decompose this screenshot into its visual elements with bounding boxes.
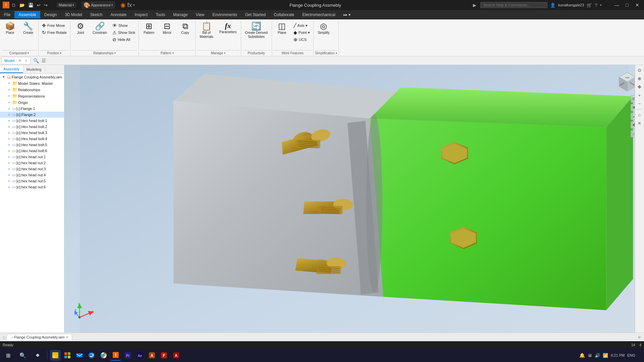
- place-button[interactable]: 📦 Place: [1, 21, 19, 36]
- tree-nut1[interactable]: + ▭ [c]:hex head nut:1: [0, 154, 64, 160]
- hide-all-button[interactable]: ⊘ Hide All: [110, 36, 137, 43]
- tab-menu-icon[interactable]: ≡: [636, 335, 643, 340]
- tree-relationships[interactable]: + 📁 Relationships: [0, 86, 64, 93]
- menu-inspect[interactable]: Inspect: [130, 11, 152, 18]
- axis-button[interactable]: ╱ Axis ▾: [291, 22, 312, 29]
- right-nav-zoom-out[interactable]: −: [636, 100, 643, 107]
- joint-button[interactable]: ⚙ Joint: [72, 21, 89, 36]
- taskbar-notification-icon[interactable]: 🔔: [579, 353, 585, 358]
- taskbar-chrome[interactable]: [98, 350, 109, 361]
- tree-bolt6[interactable]: + ▭ [c]:Hex head bolt:6: [0, 148, 64, 154]
- pattern-group-label[interactable]: Pattern ▾: [140, 50, 194, 56]
- search-btn[interactable]: 🔍: [16, 349, 30, 361]
- menu-file[interactable]: File: [0, 11, 14, 18]
- create-button[interactable]: 🔧 Create: [19, 21, 37, 36]
- right-nav-settings[interactable]: ≡: [636, 119, 643, 127]
- right-nav-home[interactable]: ⌂: [636, 111, 643, 118]
- appearance-dropdown[interactable]: 🎨 Appearance ▾: [82, 1, 115, 9]
- right-nav-zoom-in[interactable]: +: [636, 92, 643, 99]
- canvas-3d[interactable]: TOP FRONT RIGHT ⊙ 👁 ⤢ ✥ ⌂ X: [64, 65, 644, 333]
- new-btn[interactable]: 🗋: [11, 3, 17, 8]
- tree-nut4[interactable]: + ▭ [c]:hex head nut:4: [0, 172, 64, 178]
- redo-btn[interactable]: ↪: [43, 3, 49, 8]
- constrain-button[interactable]: 🔗 Constrain: [90, 21, 110, 36]
- tab-assembly[interactable]: Assembly: [0, 66, 23, 73]
- model-tab-label[interactable]: Model: [2, 59, 17, 63]
- menu-getstarted[interactable]: Get Started: [241, 11, 270, 18]
- tree-nut5[interactable]: + ▭ [c]:hex head nut:5: [0, 178, 64, 184]
- menu-more[interactable]: ▸▸ ▾: [339, 11, 355, 18]
- tab-modeling[interactable]: Modeling: [23, 66, 45, 73]
- model-tab-close[interactable]: ✕: [17, 58, 23, 63]
- simplify-button[interactable]: ◎ Simplify: [315, 21, 332, 36]
- minimize-btn[interactable]: —: [612, 2, 621, 8]
- tree-nut2[interactable]: + ▭ [c]:hex head nut:2: [0, 160, 64, 166]
- menu-tools[interactable]: Tools: [152, 11, 169, 18]
- menu-collaborate[interactable]: Collaborate: [270, 11, 298, 18]
- free-move-button[interactable]: ✥ Free Move: [40, 22, 69, 29]
- tree-bolt4[interactable]: + ▭ [c]:Hex head bolt:4: [0, 136, 64, 142]
- ucs-button[interactable]: ⊕ UCS: [291, 36, 312, 43]
- model-search-icon[interactable]: 🔍: [32, 58, 40, 63]
- free-rotate-button[interactable]: ↻ Free Rotate: [40, 29, 69, 36]
- tree-bolt1[interactable]: + ▭ [c]:Hex head bolt:1: [0, 118, 64, 124]
- help-arrow[interactable]: ▾: [600, 3, 602, 7]
- maximize-btn[interactable]: □: [624, 2, 631, 8]
- taskbar-volume-icon[interactable]: 🔊: [595, 353, 600, 358]
- tree-bolt3[interactable]: + ▭ [c]:Hex head bolt:3: [0, 130, 64, 136]
- show-sick-button[interactable]: ⚠ Show Sick: [110, 29, 137, 36]
- simplification-group-label[interactable]: Simplification ▾: [315, 50, 337, 56]
- tree-nut6[interactable]: + ▭ [c]:hex head nut:6: [0, 184, 64, 190]
- taskbar-language[interactable]: ENG: [627, 353, 635, 357]
- right-nav-pan[interactable]: ✥: [636, 83, 643, 90]
- open-btn[interactable]: 📂: [18, 3, 26, 8]
- copy-button[interactable]: ⧉ Copy: [176, 21, 194, 36]
- start-btn[interactable]: ⊞: [1, 349, 15, 361]
- tree-flange1[interactable]: + ▭ [-]:Flange:1: [0, 106, 64, 112]
- right-nav-zoom[interactable]: ⊕: [636, 75, 643, 82]
- taskbar-store[interactable]: [62, 350, 73, 361]
- menu-annotate[interactable]: Annotate: [106, 11, 130, 18]
- save-btn[interactable]: 💾: [27, 3, 35, 8]
- position-group-label[interactable]: Position ▾: [40, 50, 69, 56]
- relationships-group-label[interactable]: Relationships ▾: [72, 50, 137, 56]
- model-tab-add[interactable]: ＋: [23, 58, 30, 63]
- menu-design[interactable]: Design: [40, 11, 61, 18]
- menu-environments[interactable]: Environments: [208, 11, 241, 18]
- close-btn[interactable]: ✕: [633, 2, 641, 8]
- model-menu-icon[interactable]: ☰: [40, 58, 47, 63]
- manage-group-label[interactable]: Manage ▾: [197, 50, 239, 56]
- taskbar-autocad[interactable]: A: [147, 350, 157, 361]
- taskbar-foxit[interactable]: F: [159, 350, 169, 361]
- formula-icon[interactable]: fx: [127, 2, 132, 9]
- menu-3dmodel[interactable]: 3D Model: [61, 11, 86, 18]
- taskbar-premiere[interactable]: Pr: [122, 350, 133, 361]
- menu-electromechanical[interactable]: Electromechanical: [299, 11, 339, 18]
- taskbar-ae[interactable]: Ae: [135, 350, 145, 361]
- home-tab-icon[interactable]: ⌂: [1, 335, 7, 340]
- plane-button[interactable]: ◫ Plane: [273, 21, 291, 36]
- taskbar-explorer[interactable]: [50, 350, 61, 361]
- color-wheel-icon[interactable]: ◉: [120, 1, 126, 9]
- tree-bolt5[interactable]: + ▭ [c]:Hex head bolt:5: [0, 142, 64, 148]
- parameters-button[interactable]: fx Parameters: [217, 21, 239, 36]
- create-derived-button[interactable]: 🔄 Create DerivedSubstitutes: [243, 21, 270, 40]
- cart-icon[interactable]: 🛒: [587, 3, 592, 8]
- tree-flange2[interactable]: + ▭ [c]:Flange:2: [0, 112, 64, 118]
- material-dropdown[interactable]: Material ▾: [57, 2, 76, 8]
- menu-assemble[interactable]: Assemble: [14, 11, 40, 18]
- task-view-btn[interactable]: ❖: [31, 349, 44, 361]
- component-group-label[interactable]: Component ▾: [1, 50, 37, 56]
- viewport[interactable]: TOP FRONT RIGHT ⊙ 👁 ⤢ ✥ ⌂ X: [64, 65, 644, 333]
- tree-representations[interactable]: + 📁 Representations: [0, 93, 64, 99]
- tree-model-states[interactable]: + 📁 Model States: Master: [0, 80, 64, 86]
- taskbar-time[interactable]: 6:21 PM: [611, 353, 625, 357]
- mirror-button[interactable]: ⊟ Mirror: [158, 21, 176, 36]
- tree-root[interactable]: ▼ 🗂 Flange Coupling Assmebly.iam: [0, 74, 64, 80]
- menu-view[interactable]: View: [192, 11, 209, 18]
- pattern-button[interactable]: ⊞ Pattern: [140, 21, 158, 36]
- doc-tab-close[interactable]: ✕: [66, 336, 68, 339]
- doc-tab-main[interactable]: ⌂ Flange Coupling Assmebly.iam ✕: [7, 334, 72, 340]
- tree-bolt2[interactable]: + ▭ [c]:Hex head bolt:2: [0, 124, 64, 130]
- right-nav-orbit[interactable]: ⊙: [636, 66, 643, 74]
